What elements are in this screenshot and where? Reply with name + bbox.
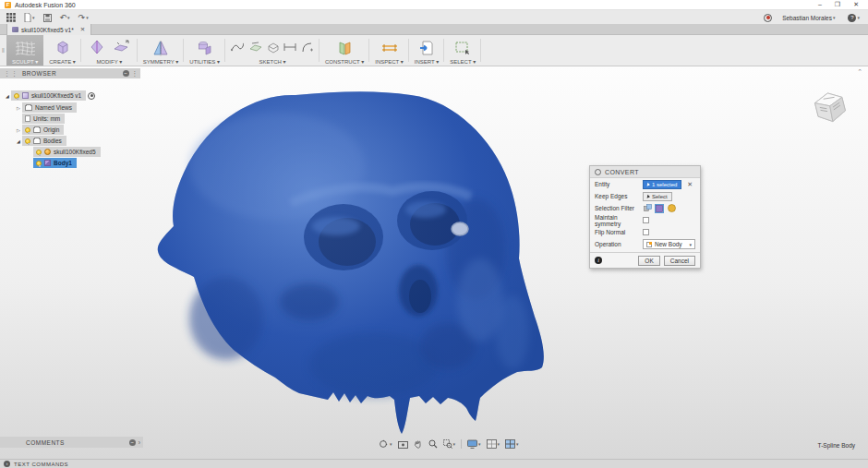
toolbar-drag-handle[interactable]: ‖ [0, 35, 6, 66]
expand-arrow-icon[interactable]: ▷ [15, 127, 22, 133]
gear-icon [595, 169, 601, 175]
tree-item-named-views[interactable]: ▷ Named Views [15, 102, 77, 113]
comments-panel-header[interactable]: COMMENTS − › [0, 437, 143, 448]
chevron-down-icon: ▾ [86, 15, 89, 20]
viewports-button[interactable]: ▾ [503, 438, 521, 450]
help-menu-button[interactable]: ? ▾ [845, 12, 862, 23]
look-at-button[interactable] [396, 438, 410, 450]
maintain-symmetry-label: Maintain symmetry [595, 214, 643, 227]
tree-item-bodies[interactable]: ◢ Bodies [15, 136, 66, 146]
selection-filter-row: Selection Filter [590, 202, 700, 214]
filter-tspline-body-icon[interactable] [655, 204, 664, 213]
fit-button[interactable]: ▾ [441, 438, 458, 450]
file-icon [24, 13, 31, 22]
data-panel-toggle-button[interactable] [4, 12, 18, 23]
ok-button[interactable]: OK [638, 256, 659, 266]
operation-dropdown[interactable]: New Body ▾ [643, 239, 695, 249]
tree-item-body1-selected[interactable]: Body1 [33, 158, 77, 168]
folder-icon [25, 105, 32, 111]
grid-snaps-button[interactable]: ▾ [485, 438, 502, 450]
text-commands-icon[interactable]: › [4, 461, 10, 467]
expand-arrow-icon[interactable]: ▷ [15, 105, 22, 111]
ribbon-menu-insert[interactable]: INSERT ▾ [409, 35, 444, 66]
tree-item-label: Bodies [43, 138, 62, 144]
keep-edges-row: Keep Edges Select [590, 190, 700, 202]
chevron-down-icon: ▾ [516, 441, 519, 447]
tree-item-root[interactable]: ◢ skull100Kfixed5 v1 [4, 90, 95, 101]
chevron-down-icon: ▾ [478, 441, 481, 447]
body-type-status: T-Spline Body [818, 442, 855, 449]
text-commands-label[interactable]: TEXT COMMANDS [14, 462, 68, 467]
panel-menu-icon[interactable]: ⋮ [132, 70, 139, 78]
undo-button[interactable]: ↶▾ [57, 12, 73, 23]
tree-item-mesh-body[interactable]: skull100Kfixed5 [33, 147, 101, 157]
chevron-down-icon: ▾ [453, 441, 456, 447]
browser-panel-header[interactable]: ⋮⋮ BROWSER − ⋮ [0, 68, 140, 78]
collapse-panel-icon[interactable]: − [123, 70, 129, 77]
record-button[interactable] [764, 14, 772, 22]
tree-item-label: Units: mm [33, 115, 60, 122]
close-button[interactable]: ✕ [853, 0, 859, 9]
zoom-button[interactable] [427, 438, 440, 450]
orbit-icon [379, 439, 389, 449]
pan-button[interactable] [412, 438, 425, 450]
new-body-icon [646, 242, 652, 247]
dialog-footer: i OK Cancel [590, 252, 700, 268]
chevron-down-icon: ▾ [32, 15, 35, 20]
clear-selection-icon[interactable]: ✕ [687, 181, 693, 188]
flip-normal-checkbox[interactable] [643, 229, 649, 235]
collapse-arrow-icon[interactable]: ◢ [4, 93, 11, 99]
document-tab[interactable]: skull100Kfixed5 v1* ✕ [6, 24, 91, 35]
entity-label: Entity [595, 181, 643, 187]
visibility-bulb-icon[interactable] [36, 161, 42, 166]
ribbon-menu-select[interactable]: SELECT ▾ [444, 35, 481, 66]
collapse-panel-icon[interactable]: − [129, 439, 136, 446]
tab-close-icon[interactable]: ✕ [80, 26, 85, 33]
ribbon-menu-sketch[interactable]: SKETCH ▾ [225, 35, 319, 66]
operation-value: New Body [655, 241, 682, 247]
minimize-button[interactable]: – [818, 0, 822, 9]
maintain-symmetry-checkbox[interactable] [643, 217, 649, 223]
ribbon-menu-utilities[interactable]: UTILITIES ▾ [184, 35, 225, 66]
save-button[interactable] [41, 12, 54, 23]
visibility-bulb-icon[interactable] [25, 127, 30, 133]
model-viewport[interactable]: ⌃ [0, 66, 868, 459]
expand-panel-icon[interactable]: › [139, 439, 140, 446]
convert-dialog-titlebar[interactable]: CONVERT [590, 166, 700, 178]
ribbon-menu-symmetry[interactable]: SYMMETRY ▾ [138, 35, 184, 66]
tree-item-origin[interactable]: ▷ Origin [15, 125, 64, 135]
include-3d-icon [266, 41, 279, 54]
chevron-down-icon: ▾ [833, 15, 836, 20]
collapse-arrow-icon[interactable]: ◢ [15, 138, 22, 144]
redo-button[interactable]: ↷▾ [76, 12, 91, 23]
keep-edges-label: Keep Edges [595, 193, 643, 199]
skull-tspline-model[interactable] [152, 88, 559, 448]
ribbon-tab-sculpt[interactable]: SCULPT ▾ [6, 35, 43, 66]
entity-row: Entity 1 selected ✕ [590, 178, 700, 190]
restore-button[interactable]: ❐ [835, 0, 840, 9]
orbit-button[interactable]: ▾ [377, 438, 394, 450]
visibility-bulb-icon[interactable] [36, 150, 42, 155]
activate-component-icon[interactable] [88, 92, 95, 100]
chevron-up-icon[interactable]: ⌃ [857, 68, 862, 76]
tree-item-units[interactable]: Units: mm [22, 114, 65, 124]
filter-group-icon[interactable] [643, 204, 652, 213]
ribbon-menu-create[interactable]: CREATE ▾ [43, 35, 81, 66]
ribbon-menu-inspect[interactable]: INSPECT ▾ [369, 35, 409, 66]
flip-normal-label: Flip Normal [595, 229, 643, 235]
ribbon-menu-modify[interactable]: MODIFY ▾ [81, 35, 138, 66]
display-settings-button[interactable]: ▾ [465, 438, 483, 450]
entity-selected-button[interactable]: 1 selected [643, 180, 681, 189]
keep-edges-select-button[interactable]: Select [643, 192, 672, 201]
drag-grip-icon[interactable]: ⋮⋮ [0, 70, 22, 78]
visibility-bulb-icon[interactable] [14, 93, 19, 99]
ribbon-menu-construct[interactable]: CONSTRUCT ▾ [319, 35, 369, 66]
filter-mesh-body-icon[interactable] [667, 204, 676, 213]
file-menu-button[interactable]: ▾ [21, 12, 38, 23]
visibility-bulb-icon[interactable] [25, 138, 30, 144]
info-icon[interactable]: i [595, 257, 602, 264]
cancel-button[interactable]: Cancel [664, 256, 695, 266]
user-account-menu[interactable]: Sebastian Morales ▾ [779, 12, 838, 23]
view-cube[interactable] [800, 78, 859, 137]
insert-icon [418, 41, 435, 55]
